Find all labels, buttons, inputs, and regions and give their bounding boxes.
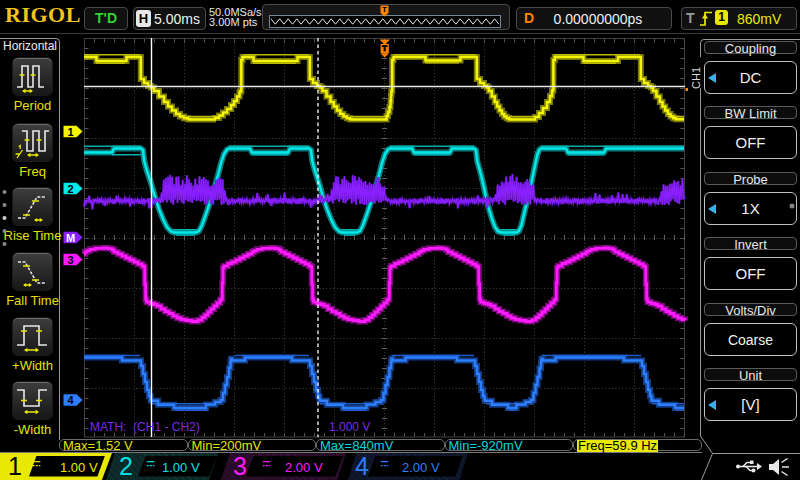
svg-text:T: T bbox=[382, 5, 387, 14]
svg-text:M: M bbox=[66, 232, 75, 244]
svg-text:2: 2 bbox=[67, 183, 73, 195]
svg-text:3: 3 bbox=[67, 254, 73, 266]
svg-text:1: 1 bbox=[67, 126, 73, 138]
svg-text:4: 4 bbox=[67, 394, 74, 406]
